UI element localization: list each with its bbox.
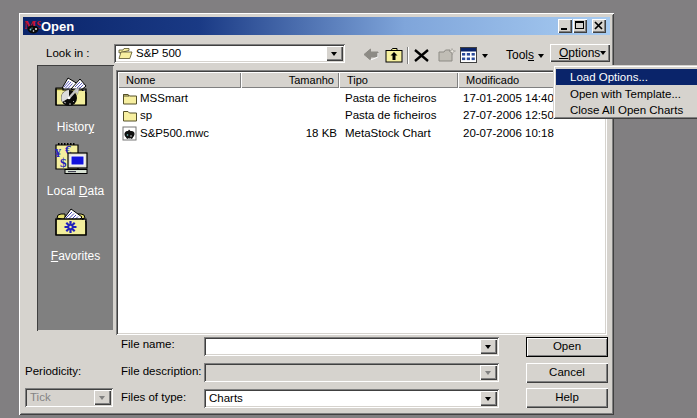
- svg-text:$: $: [60, 155, 67, 170]
